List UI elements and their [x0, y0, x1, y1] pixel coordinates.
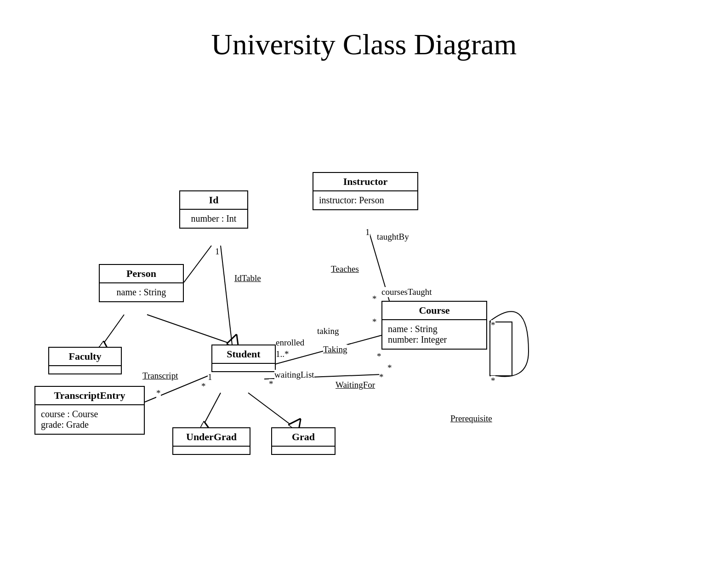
faculty-class-body [49, 366, 121, 373]
undergrad-class-body [173, 447, 250, 454]
transcript-star-student: * [201, 381, 206, 391]
grad-class-box: Grad [271, 427, 336, 455]
course-class-body: name : Stringnumber: Integer [382, 320, 486, 349]
grad-class-body [272, 447, 335, 454]
transcriptentry-class-body: course : Coursegrade: Grade [35, 405, 144, 434]
faculty-class-box: Faculty [48, 347, 122, 374]
id-class-box: Id number : Int [179, 190, 248, 229]
prerequisite-label: Prerequisite [450, 414, 492, 424]
student-class-box: Student [211, 345, 276, 372]
id-multiplicity-1: 1 [215, 247, 220, 257]
transcript-star: * [156, 388, 161, 398]
waitingfor-label: WaitingFor [336, 380, 375, 390]
enrolled-label: enrolled [276, 338, 304, 348]
faculty-class-header: Faculty [49, 348, 121, 366]
instructor-class-box: Instructor instructor: Person [313, 172, 418, 210]
svg-line-2 [184, 246, 211, 282]
prereq-star1: * [491, 320, 495, 330]
svg-line-5 [202, 393, 221, 427]
id-class-body: number : Int [180, 210, 247, 228]
idtable-label: IdTable [234, 273, 261, 283]
id-class-header: Id [180, 191, 247, 210]
course-class-header: Course [382, 302, 486, 320]
waitingfor-star2: * [379, 372, 384, 382]
courses-taught-star: * [372, 294, 377, 304]
diagram-svg [0, 71, 728, 563]
taking-label-text: taking [317, 326, 339, 336]
student-class-body [212, 364, 275, 371]
prereq-star2: * [491, 376, 495, 386]
page-title: University Class Diagram [0, 0, 728, 71]
coursestaught-label: coursesTaught [381, 287, 432, 297]
svg-line-6 [248, 393, 294, 427]
taking-star2: * [377, 351, 381, 362]
svg-line-3 [101, 315, 124, 347]
instructor-class-body: instructor: Person [313, 191, 417, 209]
taking-association-label: Taking [323, 345, 347, 355]
waitingfor-text: * [387, 363, 392, 373]
person-class-box: Person name : String [99, 264, 184, 302]
waitinglist-label: waitingList [274, 370, 314, 380]
teaches-label: Teaches [331, 264, 359, 274]
transcriptentry-class-box: TranscriptEntry course : Coursegrade: Gr… [34, 386, 145, 435]
person-class-body: name : String [100, 283, 183, 301]
student-class-header: Student [212, 345, 275, 364]
diagram-container: Id number : Int Instructor instructor: P… [0, 71, 728, 563]
undergrad-class-header: UnderGrad [173, 428, 250, 447]
svg-line-11 [221, 246, 232, 345]
waitinglist-star: * [269, 379, 273, 389]
undergrad-class-box: UnderGrad [172, 427, 250, 455]
enrolled-1star: 1..* [276, 349, 289, 359]
transcriptentry-class-header: TranscriptEntry [35, 387, 144, 405]
person-class-header: Person [100, 265, 183, 283]
instructor-mult-1: 1 [365, 227, 370, 237]
transcript-label: Transcript [142, 371, 178, 381]
instructor-class-header: Instructor [313, 173, 417, 191]
taughtby-label: taughtBy [377, 232, 409, 242]
transcript-1: 1 [208, 372, 212, 382]
svg-line-4 [147, 315, 233, 345]
taking-star: * [372, 317, 377, 327]
course-class-box: Course name : Stringnumber: Integer [381, 301, 487, 350]
grad-class-header: Grad [272, 428, 335, 447]
